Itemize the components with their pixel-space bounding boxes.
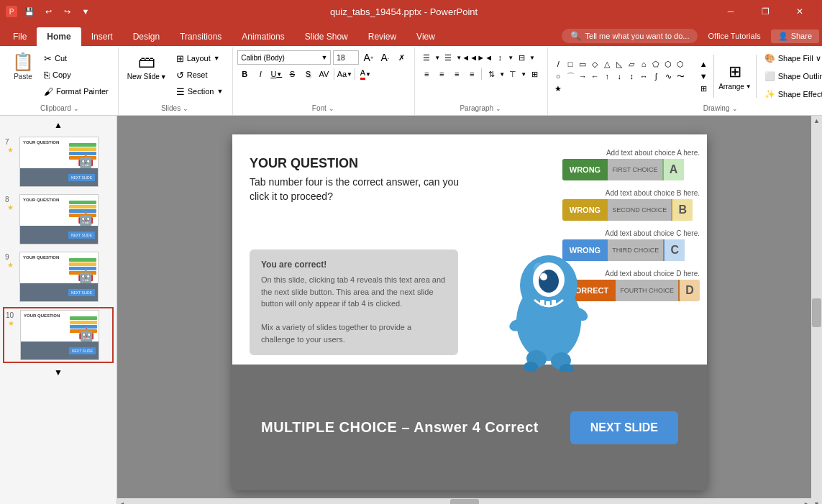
shape-arrow[interactable]: → [577, 70, 588, 82]
shape-hexagon[interactable]: ⬡ [662, 58, 674, 70]
vscroll-up[interactable]: ▲ [813, 117, 820, 124]
clipboard-expand-icon[interactable]: ⌄ [73, 105, 79, 112]
slide-vscroll[interactable]: ▲ ▼ [811, 116, 822, 504]
shape-line[interactable]: / [552, 58, 564, 70]
bullets-button[interactable]: ☰ [419, 50, 434, 65]
justify-button[interactable]: ≡ [465, 67, 479, 81]
shape-octagon[interactable]: ⬡ [675, 58, 686, 70]
tab-design[interactable]: Design [123, 27, 170, 46]
columns-button[interactable]: ⊟ [514, 50, 529, 65]
shape-wave[interactable]: 〜 [675, 70, 686, 82]
shape-effects-button[interactable]: ✨ Shape Effects ∨ [761, 86, 822, 102]
shape-arc[interactable]: ⌒ [565, 70, 576, 82]
tab-slideshow[interactable]: Slide Show [295, 27, 358, 46]
choice-a-button[interactable]: WRONG FIRST CHOICE A [562, 159, 700, 180]
text-direction-button[interactable]: ⇅ [484, 67, 498, 81]
close-button[interactable]: ✕ [783, 0, 816, 23]
tab-review[interactable]: Review [358, 27, 406, 46]
shape-udarrow[interactable]: ↕ [626, 70, 637, 82]
hscroll-right[interactable]: ► [803, 500, 810, 505]
tab-animations[interactable]: Animations [232, 27, 294, 46]
increase-font-button[interactable]: A+ [361, 50, 375, 65]
shape-triangle[interactable]: △ [601, 58, 613, 70]
minimize-button[interactable]: ─ [714, 0, 747, 23]
shape-rounded-rect[interactable]: ▭ [577, 58, 588, 70]
align-center-button[interactable]: ≡ [434, 67, 449, 81]
slide-thumb-7[interactable]: 7 ★ YOUR QUESTION 🤖 NEXT SLIDE [3, 134, 114, 189]
font-size-selector[interactable]: 18 [333, 50, 359, 65]
slide-panel-scroll-down[interactable]: ▼ [3, 366, 114, 379]
copy-button[interactable]: ⎘ Copy [40, 67, 112, 83]
shape-rtriangle[interactable]: ◺ [613, 58, 625, 70]
align-right-button[interactable]: ≡ [449, 67, 464, 81]
reset-button[interactable]: ↺ Reset [173, 67, 227, 83]
customize-qat-button[interactable]: ▼ [78, 4, 93, 19]
new-slide-arrow[interactable]: ▼ [160, 73, 167, 81]
text-shadow-button[interactable]: S [301, 67, 315, 81]
undo-button[interactable]: ↩ [40, 4, 56, 19]
hscroll-left[interactable]: ◄ [119, 500, 125, 505]
hscroll-thumb[interactable] [450, 499, 479, 504]
vscroll-down[interactable]: ▼ [813, 500, 820, 504]
next-slide-button[interactable]: NEXT SLIDE [570, 411, 678, 444]
decrease-font-button[interactable]: A- [378, 50, 392, 65]
paste-button[interactable]: 📋 Paste [7, 50, 39, 83]
font-color-button[interactable]: A▼ [358, 67, 373, 81]
tab-file[interactable]: File [3, 27, 37, 46]
layout-button[interactable]: ⊞ Layout▼ [173, 50, 227, 66]
shape-darrow[interactable]: ↓ [613, 70, 625, 82]
shape-parallelogram[interactable]: ▱ [626, 58, 637, 70]
tab-view[interactable]: View [406, 27, 445, 46]
shape-curved[interactable]: ∫ [650, 70, 662, 82]
align-text-button[interactable]: ⊤ [506, 67, 520, 81]
shape-outline-button[interactable]: ⬜ Shape Outline ∨ [761, 68, 822, 84]
indent-more-button[interactable]: ►◄ [478, 50, 492, 65]
bold-button[interactable]: B [237, 67, 252, 81]
smartart-button[interactable]: ⊞ [527, 67, 542, 81]
italic-button[interactable]: I [253, 67, 268, 81]
shape-freeform[interactable]: ∿ [662, 70, 674, 82]
shape-rect[interactable]: □ [565, 58, 576, 70]
redo-button[interactable]: ↪ [59, 4, 75, 19]
shape-fill-button[interactable]: 🎨 Shape Fill ∨ [761, 50, 822, 66]
help-search[interactable]: Tell me what you want to do... [585, 32, 690, 40]
shape-uarrow[interactable]: ↑ [601, 70, 613, 82]
clear-format-button[interactable]: ✗ [394, 50, 408, 65]
slide-panel-scroll-up[interactable]: ▲ [3, 119, 114, 132]
char-spacing-button[interactable]: AV [316, 67, 331, 81]
cut-button[interactable]: ✂ Cut [40, 50, 112, 66]
restore-button[interactable]: ❐ [749, 0, 782, 23]
indent-less-button[interactable]: ◄◄ [462, 50, 477, 65]
change-case-button[interactable]: Aa▼ [337, 67, 352, 81]
save-button[interactable]: 💾 [22, 4, 37, 19]
format-painter-button[interactable]: 🖌 Format Painter [40, 83, 112, 99]
shape-diamond[interactable]: ◇ [589, 58, 600, 70]
slide-hscroll[interactable]: ◄ ► [117, 498, 811, 504]
font-name-selector[interactable]: Calibri (Body) ▼ [237, 50, 331, 65]
slide-thumb-10[interactable]: 10 ★ YOUR QUESTION 🤖 NEXT SLIDE [3, 307, 114, 363]
office-tutorials-link[interactable]: Office Tutorials [702, 32, 766, 40]
new-slide-button[interactable]: 🗃 New Slide ▼ [123, 50, 171, 83]
slide-thumb-9[interactable]: 9 ★ YOUR QUESTION 🤖 NEXT SLIDE [3, 249, 114, 304]
shape-larrow[interactable]: ← [589, 70, 600, 82]
shapes-scroll-up[interactable]: ▲ [698, 58, 709, 70]
paragraph-expand-icon[interactable]: ⌄ [496, 105, 501, 112]
slides-expand-icon[interactable]: ⌄ [183, 105, 188, 112]
font-expand-icon[interactable]: ⌄ [329, 105, 334, 112]
shape-pentagon[interactable]: ⬠ [650, 58, 662, 70]
tab-home[interactable]: Home [37, 27, 81, 46]
strikethrough-button[interactable]: S [285, 67, 299, 81]
drawing-expand-icon[interactable]: ⌄ [732, 105, 738, 112]
underline-button[interactable]: U▼ [269, 67, 283, 81]
arrange-button[interactable]: ⊞ [729, 63, 741, 81]
shape-lrarrow[interactable]: ↔ [638, 70, 649, 82]
shapes-scroll-down[interactable]: ▼ [698, 70, 709, 82]
slide-thumb-8[interactable]: 8 ★ YOUR QUESTION 🤖 NEXT SLIDE [3, 192, 114, 247]
tab-insert[interactable]: Insert [81, 27, 123, 46]
shape-star[interactable]: ★ [552, 83, 564, 94]
vscroll-thumb[interactable] [812, 298, 821, 327]
line-spacing-button[interactable]: ↕ [493, 50, 507, 65]
shapes-expand[interactable]: ⊞ [698, 83, 709, 94]
shape-circle[interactable]: ○ [552, 70, 564, 82]
numbering-button[interactable]: ☰ [441, 50, 455, 65]
